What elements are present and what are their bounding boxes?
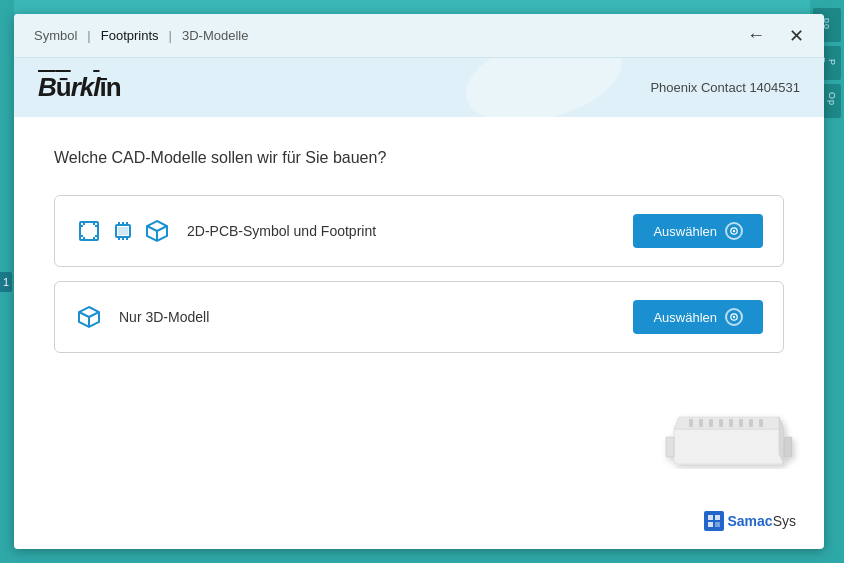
svg-rect-43 bbox=[715, 515, 720, 520]
samacsys-text: SamacSys bbox=[728, 513, 797, 529]
option-icons-2d bbox=[75, 217, 171, 245]
svg-rect-33 bbox=[784, 437, 792, 457]
svg-rect-42 bbox=[708, 515, 713, 520]
option-card-3d: Nur 3D-Modell Auswählen bbox=[54, 281, 784, 353]
header: Būrklīn Phoenix Contact 1404531 bbox=[14, 58, 824, 117]
svg-rect-35 bbox=[699, 419, 703, 427]
select-button-3d[interactable]: Auswählen bbox=[633, 300, 763, 334]
samacsys-logo-icon bbox=[704, 511, 724, 531]
tab-3d[interactable]: 3D-Modelle bbox=[178, 28, 252, 43]
option-icons-3d bbox=[75, 303, 103, 331]
svg-rect-41 bbox=[759, 419, 763, 427]
svg-line-19 bbox=[157, 226, 167, 231]
svg-line-20 bbox=[147, 226, 157, 231]
product-ref: Phoenix Contact 1404531 bbox=[650, 80, 800, 95]
dialog-window: Symbol | Footprints | 3D-Modelle ← ✕ Būr… bbox=[14, 14, 824, 549]
svg-rect-32 bbox=[666, 437, 674, 457]
tab-separator-1: | bbox=[87, 28, 90, 43]
titlebar-controls: ← ✕ bbox=[744, 24, 808, 48]
svg-rect-37 bbox=[719, 419, 723, 427]
select-button-2d-icon bbox=[725, 222, 743, 240]
pcb-frame-icon bbox=[75, 217, 103, 245]
tab-symbol[interactable]: Symbol bbox=[30, 28, 81, 43]
tab-separator-2: | bbox=[169, 28, 172, 43]
option-label-2d: 2D-PCB-Symbol und Footprint bbox=[187, 223, 633, 239]
svg-point-28 bbox=[733, 316, 735, 318]
option-card-2d: 2D-PCB-Symbol und Footprint Auswählen bbox=[54, 195, 784, 267]
samacsys-logo: SamacSys bbox=[704, 511, 797, 531]
logo: Būrklīn bbox=[38, 72, 121, 103]
svg-rect-16 bbox=[119, 228, 127, 234]
svg-point-22 bbox=[733, 230, 735, 232]
3d-model-preview bbox=[654, 399, 804, 489]
svg-rect-45 bbox=[715, 522, 720, 527]
question-text: Welche CAD-Modelle sollen wir für Sie ba… bbox=[54, 149, 784, 167]
cube-icon-2d bbox=[143, 217, 171, 245]
svg-rect-29 bbox=[674, 429, 784, 464]
svg-rect-38 bbox=[729, 419, 733, 427]
svg-line-25 bbox=[89, 312, 99, 317]
select-button-2d-label: Auswählen bbox=[653, 224, 717, 239]
select-button-3d-icon bbox=[725, 308, 743, 326]
pcb-component-icon bbox=[109, 217, 137, 245]
left-number: 1 bbox=[0, 272, 12, 292]
close-button[interactable]: ✕ bbox=[784, 24, 808, 48]
back-button[interactable]: ← bbox=[744, 24, 768, 48]
titlebar: Symbol | Footprints | 3D-Modelle ← ✕ bbox=[14, 14, 824, 58]
option-label-3d: Nur 3D-Modell bbox=[119, 309, 633, 325]
content-area: Welche CAD-Modelle sollen wir für Sie ba… bbox=[14, 117, 824, 549]
svg-rect-36 bbox=[709, 419, 713, 427]
svg-rect-40 bbox=[749, 419, 753, 427]
select-button-2d[interactable]: Auswählen bbox=[633, 214, 763, 248]
svg-line-26 bbox=[79, 312, 89, 317]
tab-footprints[interactable]: Footprints bbox=[97, 28, 163, 43]
svg-rect-34 bbox=[689, 419, 693, 427]
svg-rect-44 bbox=[708, 522, 713, 527]
select-button-3d-label: Auswählen bbox=[653, 310, 717, 325]
svg-rect-0 bbox=[80, 222, 98, 240]
cube-icon-3d bbox=[75, 303, 103, 331]
titlebar-tabs: Symbol | Footprints | 3D-Modelle bbox=[30, 28, 744, 43]
svg-rect-39 bbox=[739, 419, 743, 427]
